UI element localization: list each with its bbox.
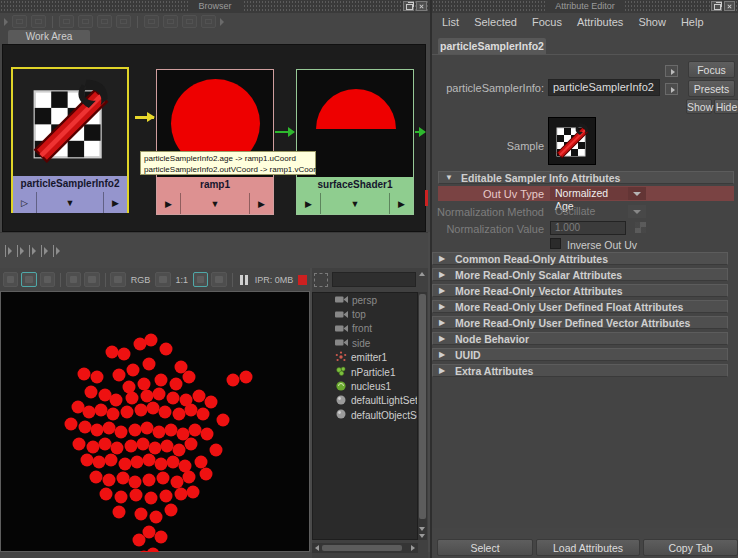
- panel-grip-icon[interactable]: [17, 245, 26, 257]
- scroll-right-icon[interactable]: [411, 545, 415, 551]
- menu-show[interactable]: Show: [638, 16, 666, 28]
- refresh-icon[interactable]: [201, 15, 216, 28]
- node-name-input[interactable]: particleSamplerInfo2: [548, 79, 660, 96]
- prev-arrow-icon[interactable]: [4, 18, 8, 26]
- zoom-ratio-label[interactable]: 1:1: [174, 275, 191, 285]
- scroll-left-icon[interactable]: [315, 545, 319, 551]
- keep-image-icon[interactable]: [193, 272, 208, 287]
- section-more-read-only-user-defined-vector-attributes[interactable]: ▶More Read-Only User Defined Vector Attr…: [432, 316, 728, 329]
- connection-sampler-to-ramp[interactable]: [135, 116, 154, 119]
- section-extra-attributes[interactable]: ▶Extra Attributes: [432, 364, 728, 377]
- node-ramp[interactable]: ramp1 ▶ ▼ ▶: [156, 69, 274, 215]
- node-input-button[interactable]: ▶: [297, 193, 321, 214]
- section-more-read-only-user-defined-float-attributes[interactable]: ▶More Read-Only User Defined Float Attri…: [432, 300, 728, 313]
- render-region-icon[interactable]: [21, 272, 36, 287]
- remove-node-icon[interactable]: [31, 15, 46, 28]
- node-surface-shader[interactable]: surfaceShader1 ▶ ▼ ▶: [296, 69, 414, 215]
- load-attributes-button[interactable]: Load Attributes: [536, 539, 640, 556]
- panel-grip-icon[interactable]: [5, 245, 14, 257]
- open-render-view-icon[interactable]: [3, 272, 18, 287]
- node-output-button[interactable]: ▶: [249, 193, 273, 214]
- node-output-button[interactable]: ▶: [389, 193, 413, 214]
- display-rgb-label[interactable]: RGB: [129, 275, 153, 285]
- scroll-up-icon[interactable]: [419, 272, 425, 276]
- panel-grip-icon[interactable]: [53, 245, 62, 257]
- show-connections-icon[interactable]: [97, 15, 112, 28]
- outliner-item-top[interactable]: top: [313, 307, 417, 321]
- display-channel-icon[interactable]: [155, 272, 170, 287]
- node-expand-button[interactable]: ▼: [321, 193, 389, 214]
- hide-button[interactable]: Hide: [714, 99, 738, 114]
- menu-attributes[interactable]: Attributes: [577, 16, 623, 28]
- connection-shader-out[interactable]: [415, 131, 425, 133]
- outliner-item-nParticle1[interactable]: nParticle1: [313, 365, 417, 379]
- outliner-item-front[interactable]: front: [313, 322, 417, 336]
- create-node-icon[interactable]: [12, 15, 27, 28]
- outliner-item-emitter1[interactable]: emitter1: [313, 351, 417, 365]
- selection-mask-icon[interactable]: [314, 273, 328, 287]
- section-uuid[interactable]: ▶UUID: [432, 348, 728, 361]
- menu-list[interactable]: List: [442, 16, 459, 28]
- outliner-search-input[interactable]: [332, 272, 416, 287]
- rearrange-graph-icon[interactable]: [163, 15, 178, 28]
- show-grid-icon[interactable]: [116, 15, 131, 28]
- scrollbar-thumb[interactable]: [322, 545, 402, 551]
- outliner-vertical-scrollbar[interactable]: [418, 292, 427, 540]
- section-editable-sampler-info[interactable]: ▼ Editable Sampler Info Attributes: [438, 171, 734, 184]
- filter-textures-icon[interactable]: [78, 15, 93, 28]
- menu-help[interactable]: Help: [681, 16, 704, 28]
- render-viewport[interactable]: [0, 291, 310, 552]
- outliner-item-defaultObjectSet[interactable]: defaultObjectSet: [313, 408, 417, 422]
- focus-button[interactable]: Focus: [688, 61, 735, 78]
- panel-grip-icon[interactable]: [29, 245, 38, 257]
- sort-icon[interactable]: [144, 15, 159, 28]
- node-input-button[interactable]: ▷: [13, 192, 37, 213]
- next-arrow-icon[interactable]: [220, 18, 224, 26]
- browser-titlebar[interactable]: Browser: [0, 0, 430, 13]
- menu-focus[interactable]: Focus: [532, 16, 562, 28]
- copy-tab-icon[interactable]: [665, 83, 678, 95]
- menu-selected[interactable]: Selected: [474, 16, 517, 28]
- render-settings-icon[interactable]: [110, 272, 125, 287]
- outliner-horizontal-scrollbar[interactable]: [312, 543, 418, 553]
- sample-swatch[interactable]: [548, 117, 596, 165]
- show-button[interactable]: Show: [686, 99, 712, 114]
- filter-shapes-icon[interactable]: [59, 15, 74, 28]
- pause-ipr-icon[interactable]: [238, 275, 250, 285]
- scrollbar-thumb[interactable]: [419, 294, 426, 519]
- select-button[interactable]: Select: [437, 539, 533, 556]
- restore-icon[interactable]: [403, 1, 414, 11]
- section-common-read-only-attributes[interactable]: ▶Common Read-Only Attributes: [432, 252, 728, 265]
- out-uv-type-dropdown[interactable]: Normalized Age: [550, 187, 628, 200]
- node-name-label[interactable]: ramp1: [157, 177, 273, 193]
- section-more-read-only-vector-attributes[interactable]: ▶More Read-Only Vector Attributes: [432, 284, 728, 297]
- close-icon[interactable]: [416, 1, 427, 11]
- node-graph-canvas[interactable]: particleSamplerInfo2 ▷ ▼ ▶ ramp1 ▶ ▼ ▶: [2, 44, 426, 232]
- copy-tab-button[interactable]: Copy Tab: [643, 539, 738, 556]
- remove-image-icon[interactable]: [211, 272, 226, 287]
- section-node-behavior[interactable]: ▶Node Behavior: [432, 332, 728, 345]
- node-output-button[interactable]: ▶: [103, 192, 127, 213]
- node-expand-button[interactable]: ▼: [181, 193, 249, 214]
- connection-ramp-to-shader[interactable]: [275, 131, 294, 133]
- node-particle-sampler-info[interactable]: particleSamplerInfo2 ▷ ▼ ▶: [11, 67, 129, 213]
- dropdown-arrow-icon[interactable]: [628, 187, 646, 200]
- outliner-item-side[interactable]: side: [313, 336, 417, 350]
- node-input-button[interactable]: ▶: [157, 193, 181, 214]
- node-name-label[interactable]: particleSamplerInfo2: [13, 176, 127, 192]
- tab-work-area[interactable]: Work Area: [8, 30, 90, 44]
- scroll-down-icon[interactable]: [419, 527, 425, 531]
- sampler-info-swatch[interactable]: [13, 69, 127, 176]
- ipr-refresh-icon[interactable]: [84, 272, 99, 287]
- select-mode-icon[interactable]: [182, 15, 197, 28]
- outliner-item-persp[interactable]: persp: [313, 293, 417, 307]
- tab-particle-sampler-info[interactable]: particleSamplerInfo2: [438, 38, 546, 54]
- close-icon[interactable]: [724, 1, 735, 11]
- outliner-item-nucleus1[interactable]: nucleus1: [313, 379, 417, 393]
- panel-grip-icon[interactable]: [41, 245, 50, 257]
- scroll-down-icon[interactable]: [419, 534, 425, 538]
- attribute-editor-titlebar[interactable]: Attribute Editor: [432, 0, 738, 13]
- ipr-render-icon[interactable]: [66, 272, 81, 287]
- presets-button[interactable]: Presets: [688, 80, 735, 97]
- node-expand-button[interactable]: ▼: [37, 192, 103, 213]
